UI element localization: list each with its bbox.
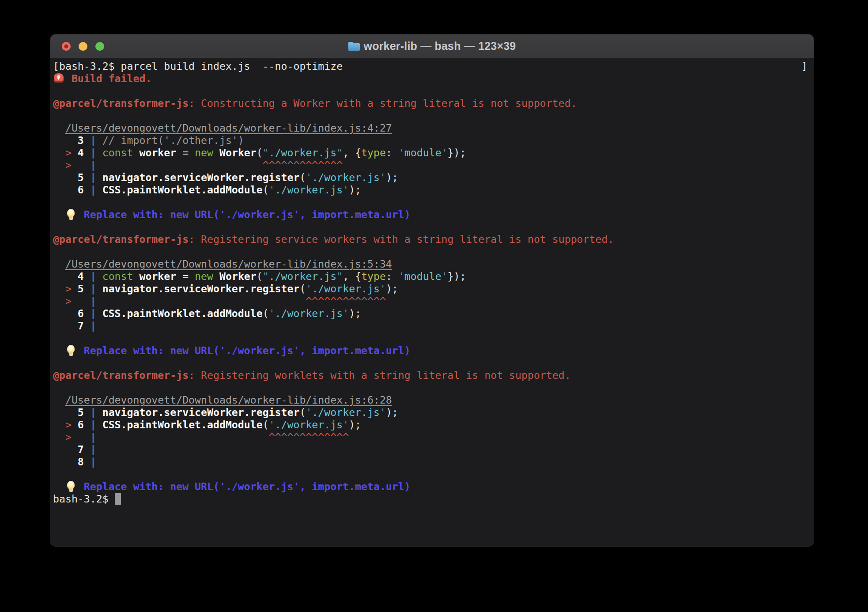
text-span: navigator.serviceWorker.register [102, 171, 300, 183]
text-span: ( [257, 147, 263, 159]
text-span: > [65, 159, 72, 171]
text-span: ' [343, 184, 349, 196]
text-span: ( [299, 171, 306, 183]
text-span: module [404, 270, 442, 282]
text-span: 3 [78, 134, 84, 146]
text-span: > [65, 283, 78, 295]
text-span: ); [349, 307, 361, 319]
desktop-background: worker-lib — bash — 123×39 [bash-3.2$ pa… [0, 0, 868, 612]
build-failed-line: Build failed. [53, 72, 811, 85]
text-span: ' [269, 307, 275, 319]
terminal-window: worker-lib — bash — 123×39 [bash-3.2$ pa… [50, 34, 814, 546]
text-span: : Constructing a Worker with a string li… [189, 97, 577, 109]
text-span: Replace with: new URL('./worker.js', imp… [84, 208, 411, 220]
text-span [53, 344, 65, 356]
text-span: ' [380, 283, 386, 295]
text-span [53, 295, 65, 307]
error-header: @parcel/transformer-js: Registering serv… [53, 233, 811, 246]
text-span: ' [380, 406, 386, 418]
hint-line: Replace with: new URL('./worker.js', imp… [53, 208, 811, 221]
text-span [53, 171, 78, 183]
text-span: 7 [78, 443, 84, 455]
text-span: ); [349, 184, 361, 196]
text-span [53, 456, 78, 468]
text-span: > [65, 147, 78, 159]
bulb-icon [65, 345, 78, 356]
text-span: | [84, 443, 96, 455]
text-span: ' [398, 147, 404, 159]
code-line: 7 | [53, 443, 811, 456]
text-span: ^^^^^^^^^^^^^ [306, 295, 385, 307]
text-span: ./worker.js [269, 147, 337, 159]
text-span: module [404, 147, 442, 159]
text-span [53, 270, 78, 282]
code-line: 4 | const worker = new Worker("./worker.… [53, 270, 811, 283]
text-span: : Registering service workers with a str… [189, 233, 614, 245]
text-span: ' [398, 270, 404, 282]
text-span: | [90, 159, 102, 171]
text-span: | [84, 456, 96, 468]
file-path-line: /Users/devongovett/Downloads/worker-lib/… [53, 394, 811, 406]
close-button[interactable] [62, 42, 71, 51]
text-span: Worker [219, 270, 257, 282]
text-span: | [84, 134, 102, 146]
text-span: const [102, 270, 133, 282]
blank-line [53, 246, 811, 258]
text-span: ' [343, 307, 349, 319]
right-edge-bracket: ] [801, 60, 808, 72]
text-span [53, 431, 65, 443]
text-span: : Registering worklets with a string lit… [189, 369, 571, 381]
text-span: const [102, 147, 133, 159]
text-span: Worker [219, 147, 257, 159]
text-span: , { [343, 147, 361, 159]
text-span: : [386, 270, 398, 282]
text-span: CSS.paintWorklet.addModule [102, 419, 263, 431]
text-span: | [84, 171, 102, 183]
text-span: ' [442, 147, 448, 159]
text-span: ( [257, 270, 263, 282]
text-span: worker [139, 147, 176, 159]
text-span: ); [386, 283, 398, 295]
text-span [78, 344, 84, 356]
hint-line: Replace with: new URL('./worker.js', imp… [53, 344, 811, 357]
code-line: 8 | [53, 456, 811, 468]
text-span: 6 [78, 419, 84, 431]
terminal-screen[interactable]: [bash-3.2$ parcel build index.js --no-op… [50, 58, 814, 546]
code-line-highlighted: > 5 | navigator.serviceWorker.register('… [53, 283, 811, 295]
error-header: @parcel/transformer-js: Constructing a W… [53, 97, 811, 110]
caret-line: > | ^^^^^^^^^^^^^ [53, 295, 811, 307]
text-span [53, 419, 65, 431]
zoom-button[interactable] [95, 42, 104, 51]
text-span: ' [442, 270, 448, 282]
text-span: new [195, 147, 213, 159]
text-span: | [84, 147, 102, 159]
minimize-button[interactable] [79, 42, 87, 51]
siren-icon [53, 73, 65, 84]
code-line: 7 | [53, 320, 811, 332]
folder-icon [348, 42, 360, 51]
text-span [53, 159, 65, 171]
terminal-cursor [115, 493, 121, 505]
text-span: }); [448, 270, 466, 282]
text-span [72, 431, 90, 443]
text-span: Replace with: new URL('./worker.js', imp… [84, 480, 411, 492]
text-span: ./worker.js [312, 283, 380, 295]
text-span: | [84, 184, 102, 196]
code-line: 3 | // import('./other.js') [53, 134, 811, 147]
text-span [213, 147, 219, 159]
text-span: ^^^^^^^^^^^^^ [269, 431, 349, 443]
text-span: > [65, 419, 78, 431]
text-span: Build failed. [72, 72, 151, 84]
code-line: 6 | CSS.paintWorklet.addModule('./worker… [53, 184, 811, 196]
blank-line [53, 110, 811, 122]
text-span [133, 147, 140, 159]
text-span: CSS.paintWorklet.addModule [102, 184, 263, 196]
text-span: ' [306, 171, 312, 183]
text-span [53, 307, 78, 319]
window-titlebar[interactable]: worker-lib — bash — 123×39 [50, 34, 814, 58]
text-span: Replace with: new URL('./worker.js', imp… [84, 344, 411, 356]
code-line-highlighted: > 4 | const worker = new Worker("./worke… [53, 147, 811, 159]
text-span: /Users/devongovett/Downloads/worker-lib/… [65, 122, 392, 134]
text-span: | [90, 431, 102, 443]
blank-line [53, 468, 811, 480]
